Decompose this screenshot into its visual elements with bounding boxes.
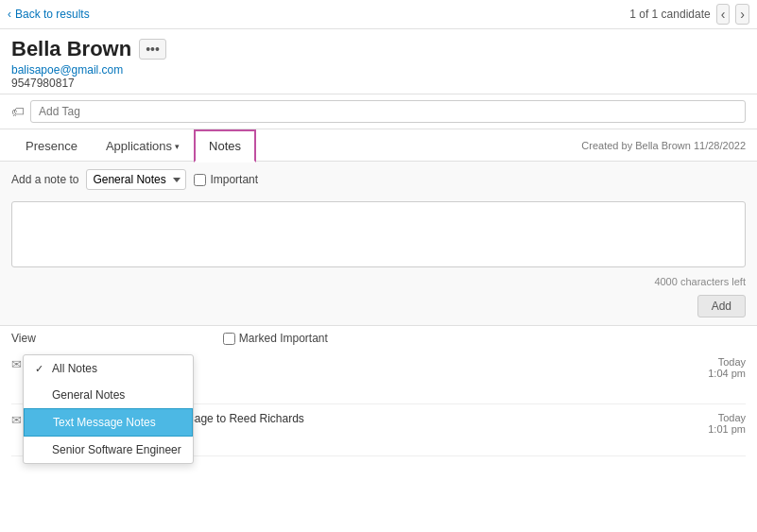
dropdown-item-senior-software-engineer[interactable]: Senior Software Engineer — [24, 437, 193, 463]
back-arrow-icon: ‹ — [8, 8, 11, 21]
view-section: View ✓ All Notes General Notes Text Mess… — [0, 326, 757, 349]
note-date: Today 1:01 pm — [708, 412, 746, 435]
marked-important-label[interactable]: Marked Important — [223, 332, 328, 345]
add-note-button[interactable]: Add — [697, 295, 746, 317]
prev-candidate-button[interactable]: ‹ — [716, 4, 731, 25]
tab-notes[interactable]: Notes — [194, 129, 256, 163]
message-icon: ✉ — [11, 413, 22, 427]
important-checkbox[interactable] — [194, 174, 206, 186]
marked-important-text: Marked Important — [239, 332, 328, 345]
message-icon: ✉ — [11, 357, 22, 371]
note-date: Today 1:04 pm — [708, 356, 746, 379]
dropdown-item-label: General Notes — [52, 388, 125, 402]
tabs-row: Presence Applications ▾ Notes Created by… — [0, 129, 757, 162]
dropdown-item-label: Text Message Notes — [53, 416, 156, 429]
add-btn-row: Add — [0, 291, 757, 326]
back-to-results-link[interactable]: ‹ Back to results — [8, 8, 90, 21]
back-link-label: Back to results — [15, 8, 90, 21]
tag-input[interactable] — [30, 100, 746, 123]
dropdown-item-all-notes[interactable]: ✓ All Notes — [24, 355, 193, 382]
note-type-select[interactable]: General Notes — [86, 169, 186, 190]
created-by-label: Created by Bella Brown 11/28/2022 — [581, 132, 746, 159]
candidate-name: Bella Brown — [11, 37, 131, 61]
more-options-button[interactable]: ••• — [139, 39, 166, 60]
view-dropdown-menu: ✓ All Notes General Notes Text Message N… — [23, 354, 194, 464]
char-count-row: 4000 characters left — [0, 274, 757, 291]
dropdown-item-text-message-notes[interactable]: Text Message Notes — [24, 408, 193, 437]
important-checkbox-label[interactable]: Important — [194, 173, 258, 186]
checkmark-icon: ✓ — [35, 363, 46, 375]
add-note-label: Add a note to — [11, 173, 78, 186]
tag-icon: 🏷 — [11, 104, 25, 119]
view-label: View — [11, 332, 36, 345]
dropdown-item-label: All Notes — [52, 362, 97, 375]
next-candidate-button[interactable]: › — [735, 4, 749, 25]
candidate-phone: 9547980817 — [11, 77, 746, 90]
char-count: 4000 characters left — [654, 276, 746, 287]
candidate-email[interactable]: balisapoe@gmail.com — [11, 63, 746, 77]
candidate-header: Bella Brown ••• balisapoe@gmail.com 9547… — [0, 29, 757, 94]
chevron-down-icon: ▾ — [175, 142, 180, 151]
candidate-count: 1 of 1 candidate — [629, 8, 710, 21]
note-form-controls: Add a note to General Notes Important — [0, 162, 757, 197]
tab-applications[interactable]: Applications ▾ — [92, 130, 194, 161]
marked-important-checkbox[interactable] — [223, 333, 235, 345]
tag-bar: 🏷 — [0, 94, 757, 129]
important-label-text: Important — [210, 173, 258, 186]
candidate-nav: 1 of 1 candidate ‹ › — [629, 4, 749, 25]
dropdown-item-label: Senior Software Engineer — [52, 443, 181, 456]
note-textarea-wrap — [0, 197, 757, 274]
tab-presence[interactable]: Presence — [11, 130, 92, 161]
note-textarea[interactable] — [11, 201, 746, 267]
top-bar: ‹ Back to results 1 of 1 candidate ‹ › — [0, 0, 757, 29]
dropdown-item-general-notes[interactable]: General Notes — [24, 382, 193, 408]
